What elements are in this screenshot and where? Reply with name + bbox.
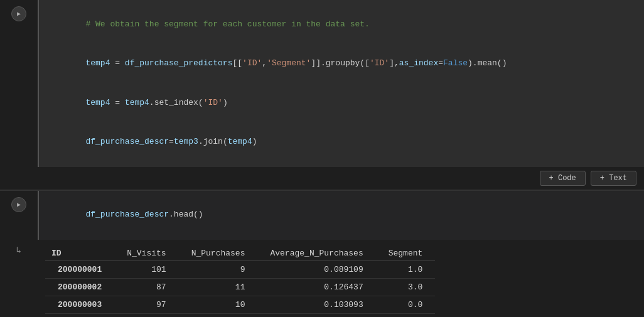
cell-id-1: 200000002 [45, 278, 114, 296]
code-line-2: temp4 = df_purchase_predictors[['ID','Se… [46, 44, 636, 83]
cell-1-gutter: ▶ [0, 0, 38, 167]
col-header-id: ID [45, 246, 114, 261]
output-content: ID N_Visits N_Purchases Average_N_Purcha… [38, 240, 644, 317]
cell-segment-2: 0.0 [376, 296, 436, 313]
cell-1-code-content[interactable]: # We obtain the segment for each custome… [38, 0, 644, 167]
col-header-segment: Segment [376, 246, 436, 261]
cell-avg-0: 0.089109 [257, 261, 375, 278]
code-cell-2: ▶ df_purchase_descr.head() [0, 190, 644, 240]
add-text-button[interactable]: + Text [591, 171, 636, 186]
cell-npurchases-2: 10 [179, 296, 258, 313]
var-df: df_purchase_predictors [125, 58, 233, 68]
code-line-4: df_purchase_descr=temp3.join(temp4) [46, 122, 636, 161]
cell-avg-2: 0.103093 [257, 296, 375, 313]
comment-1: # We obtain the segment for each custome… [85, 19, 369, 29]
code-line-1: # We obtain the segment for each custome… [46, 5, 636, 44]
cell-npurchases-1: 11 [179, 278, 258, 296]
cell-segment-3: 7.0 [376, 313, 436, 317]
dataframe-table: ID N_Visits N_Purchases Average_N_Purcha… [45, 246, 435, 317]
add-code-button[interactable]: + Code [540, 171, 586, 186]
notebook-container: ▶ # We obtain the segment for each custo… [0, 0, 644, 317]
cell-id-0: 200000001 [45, 261, 114, 278]
cell-id-2: 200000003 [45, 296, 114, 313]
col-header-n-visits: N_Visits [114, 246, 178, 261]
cell-nvisits-3: 85 [114, 313, 178, 317]
cell-avg-1: 0.126437 [257, 278, 375, 296]
output-gutter: ↳ [0, 240, 38, 317]
col-header-n-purchases: N_Purchases [179, 246, 258, 261]
cell-segment-0: 1.0 [376, 261, 436, 278]
cell-2-code-line: df_purchase_descr.head() [46, 196, 636, 235]
col-header-avg-n-purchases: Average_N_Purchases [257, 246, 375, 261]
cell-id-3: 200000004 [45, 313, 114, 317]
output-toggle-icon[interactable]: ↳ [16, 245, 21, 255]
var-temp4-1: temp4 [85, 58, 110, 68]
cell-npurchases-3: 11 [179, 313, 258, 317]
run-button-2[interactable]: ▶ [11, 197, 26, 212]
cell-nvisits-1: 87 [114, 278, 178, 296]
table-row: 200000001 101 9 0.089109 1.0 [45, 261, 435, 278]
cell-nvisits-0: 101 [114, 261, 178, 278]
code-line-3: temp4 = temp4.set_index('ID') [46, 83, 636, 122]
cell-avg-3: 0.129412 [257, 313, 375, 317]
cell-npurchases-0: 9 [179, 261, 258, 278]
toolbar-row: + Code + Text [0, 167, 644, 190]
table-header-row: ID N_Visits N_Purchases Average_N_Purcha… [45, 246, 435, 261]
table-row: 200000004 85 11 0.129412 7.0 [45, 313, 435, 317]
cell-nvisits-2: 97 [114, 296, 178, 313]
cell-2-code-content[interactable]: df_purchase_descr.head() [38, 191, 644, 240]
cell-segment-1: 3.0 [376, 278, 436, 296]
output-cell: ↳ ID N_Visits N_Purchases Average_N_Purc… [0, 240, 644, 317]
code-cell-1: ▶ # We obtain the segment for each custo… [0, 0, 644, 167]
table-row: 200000002 87 11 0.126437 3.0 [45, 278, 435, 296]
cell-2-gutter: ▶ [0, 191, 38, 240]
run-button-1[interactable]: ▶ [11, 6, 26, 21]
table-row: 200000003 97 10 0.103093 0.0 [45, 296, 435, 313]
